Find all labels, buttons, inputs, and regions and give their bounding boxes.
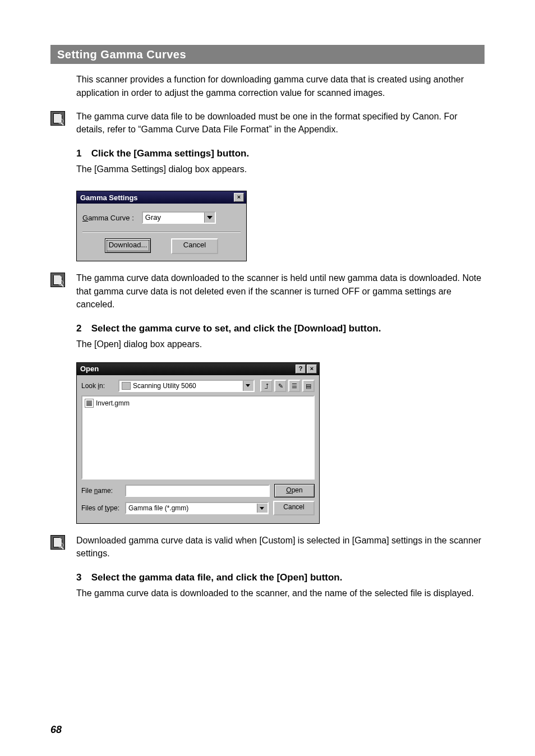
dialog-titlebar: Open ? × (77, 363, 319, 375)
filetype-value: Gamma file (*.gmm) (128, 504, 257, 512)
section-header: Setting Gamma Curves (50, 45, 485, 64)
page-number: 68 (50, 724, 62, 736)
dialog-title: Open (80, 365, 99, 373)
chevron-down-icon[interactable] (204, 213, 215, 223)
close-icon[interactable]: × (234, 193, 244, 202)
lookin-label: Look in: (81, 382, 115, 390)
lookin-combo[interactable]: Scanning Utility 5060 (118, 380, 255, 392)
step-title: Select the gamma data file, and click th… (91, 572, 343, 583)
open-button[interactable]: Open (274, 484, 315, 497)
gamma-curve-combo[interactable]: Gray (142, 211, 216, 224)
note-text: Downloaded gamma curve data is valid whe… (76, 534, 485, 560)
step-number: 1 (76, 148, 89, 159)
filetype-label: Files of type: (81, 504, 121, 512)
list-item[interactable]: Invert.gmm (85, 399, 311, 408)
download-button[interactable]: Download... (105, 238, 151, 253)
gamma-settings-dialog: Gamma Settings × Gamma Curve : Gray Down… (76, 191, 247, 261)
step-description: The [Gamma Settings] dialog box appears. (76, 163, 485, 176)
cancel-button[interactable]: Cancel (273, 501, 315, 515)
step-title: Select the gamma curve to set, and click… (91, 323, 381, 334)
dialog-title: Gamma Settings (80, 193, 138, 202)
step-description: The gamma curve data is downloaded to th… (76, 587, 485, 600)
step-description: The [Open] dialog box appears. (76, 338, 485, 351)
note-text: The gamma curve data file to be download… (76, 110, 485, 136)
step-number: 3 (76, 572, 89, 583)
note-icon (50, 273, 65, 287)
step-heading: 1 Click the [Gamma settings] button. (76, 148, 485, 159)
open-dialog: Open ? × Look in: Scanning Utility 5060 … (76, 362, 320, 524)
step-heading: 2 Select the gamma curve to set, and cli… (76, 323, 485, 334)
help-icon[interactable]: ? (296, 365, 306, 374)
close-icon[interactable]: × (307, 365, 317, 374)
list-view-button[interactable]: ☰ (288, 380, 301, 392)
note-icon (50, 111, 65, 126)
filename-label: File name: (81, 487, 121, 495)
folder-icon (122, 382, 131, 390)
new-folder-button[interactable]: ✎ (274, 380, 287, 392)
details-view-button[interactable]: ▤ (302, 380, 315, 392)
gamma-curve-value: Gray (143, 213, 204, 223)
gamma-curve-label: Gamma Curve : (82, 214, 134, 222)
section-title: Setting Gamma Curves (50, 45, 485, 64)
separator (82, 232, 241, 233)
cancel-button[interactable]: Cancel (171, 238, 218, 254)
up-one-level-button[interactable]: ⮥ (260, 380, 273, 392)
file-name: Invert.gmm (96, 399, 130, 407)
filetype-combo[interactable]: Gamma file (*.gmm) (125, 502, 269, 514)
filename-input[interactable] (125, 485, 270, 497)
lookin-value: Scanning Utility 5060 (133, 382, 241, 390)
chevron-down-icon[interactable] (243, 381, 253, 391)
chevron-down-icon[interactable] (257, 504, 268, 513)
note-icon (50, 535, 65, 550)
step-heading: 3 Select the gamma data file, and click … (76, 572, 485, 583)
file-list[interactable]: Invert.gmm (81, 395, 315, 480)
file-icon (85, 399, 94, 408)
dialog-titlebar: Gamma Settings × (77, 191, 246, 204)
intro-paragraph: This scanner provides a function for dow… (76, 73, 485, 100)
note-text: The gamma curve data downloaded to the s… (76, 271, 485, 311)
step-title: Click the [Gamma settings] button. (91, 148, 249, 159)
step-number: 2 (76, 323, 89, 334)
